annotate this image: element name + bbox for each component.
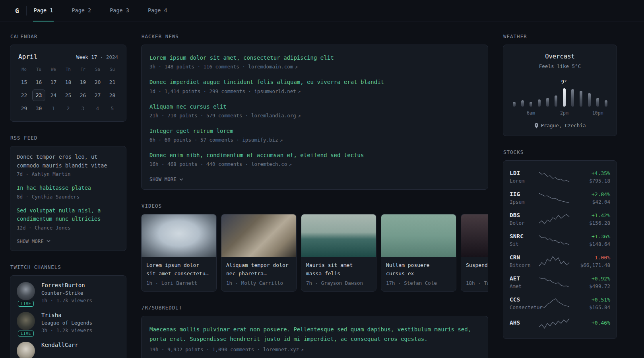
video-card-body: Suspendisse diam 18h · Tara: [461, 257, 488, 291]
calendar-day: 24: [47, 90, 60, 101]
app-logo: G: [15, 0, 26, 21]
weather-bar: [521, 100, 524, 107]
hn-domain-text: loremdomain.com: [248, 64, 293, 70]
rss-item-meta: 8d · Cynthia Saunders: [17, 194, 120, 200]
weather-bar-slot: [605, 100, 607, 107]
weather-times: 6am 2pm 10pm: [513, 110, 607, 117]
tab-page-3[interactable]: Page 3: [109, 0, 130, 21]
stock-row[interactable]: AET Amet +0.92% $499.72: [510, 272, 610, 293]
rss-item: Donec tempor eros leo, ut commodo mauris…: [17, 153, 120, 177]
video-card-body: Lorem ipsum dolor sit amet consectetu… 1…: [142, 257, 216, 291]
weather-section: WEATHER Overcast Feels like 5°C 9° 6am 2…: [503, 33, 617, 136]
stock-sparkline: [539, 213, 570, 225]
hn-item: Lorem ipsum dolor sit amet, consectetur …: [149, 54, 480, 70]
stock-name: Bitcorn: [510, 262, 535, 268]
stock-values: +2.84% $42.04: [574, 191, 610, 205]
tab-page-2[interactable]: Page 2: [71, 0, 92, 21]
video-thumbnail[interactable]: [301, 214, 376, 257]
video-card[interactable]: Lorem ipsum dolor sit amet consectetu… 1…: [141, 214, 217, 292]
external-link-icon: ↗: [298, 88, 301, 94]
calendar-day: 25: [62, 90, 75, 101]
subreddit-post-title-link[interactable]: Maecenas mollis pulvinar erat non posuer…: [149, 325, 480, 343]
hn-show-more-button[interactable]: SHOW MORE: [149, 176, 183, 182]
twitch-channel-row[interactable]: KendallCarr: [17, 342, 120, 358]
rss-item-meta: 7d · Ashlyn Martin: [17, 171, 120, 177]
hn-item-title-link[interactable]: Aliquam nec cursus elit: [149, 103, 480, 111]
stock-info: IIG Ipsum: [510, 191, 535, 205]
video-title-link[interactable]: Lorem ipsum dolor sit amet consectetu…: [146, 261, 211, 277]
video-card[interactable]: Nullam posuere cursus ex 17h · Stefan Co…: [381, 214, 456, 292]
stock-row[interactable]: CCS Consectetur +0.51% $165.84: [510, 293, 610, 314]
stock-row[interactable]: DBS Dolor +1.42% $156.28: [510, 208, 610, 230]
hn-item-title-link[interactable]: Integer eget rutrum lorem: [149, 127, 480, 135]
hn-domain-link[interactable]: loremdomain.com↗: [248, 64, 297, 70]
stock-sparkline: [539, 192, 570, 204]
stock-change: +1.42%: [574, 212, 610, 218]
twitch-channel-name-link[interactable]: Trisha: [41, 312, 92, 318]
twitch-channel-name-link[interactable]: ForrestBurton: [41, 282, 92, 288]
topbar-divider: [26, 6, 27, 16]
rss-item-title-link[interactable]: In hac habitasse platea: [17, 184, 120, 193]
calendar-day: 20: [91, 76, 104, 88]
video-card[interactable]: Aliquam tempor dolor nec pharetra… 1h · …: [221, 214, 297, 292]
stock-symbol: CCS: [510, 296, 535, 303]
rss-item-title-link[interactable]: Sed volutpat nulla nisl, a condimentum n…: [17, 206, 120, 224]
stock-row[interactable]: SNRC Sit +1.36% $148.64: [510, 230, 610, 251]
twitch-channel-row[interactable]: LIVE Trisha League of Legends 3h · 1.2k …: [17, 312, 120, 333]
hn-domain-link[interactable]: ipsumify.biz↗: [242, 137, 283, 143]
hn-item-title-link[interactable]: Lorem ipsum dolor sit amet, consectetur …: [149, 54, 480, 62]
weather-bars: 9°: [510, 78, 610, 107]
stock-price: $499.72: [574, 283, 610, 289]
weather-bar-slot: [530, 102, 532, 107]
subreddit-domain-link[interactable]: loremnet.xyz↗: [263, 346, 304, 352]
videos-section-title: VIDEOS: [142, 203, 488, 209]
twitch-channel-row[interactable]: LIVE ForrestBurton Counter-Strike 1h · 1…: [17, 282, 120, 304]
hn-meta-text: 3h · 148 points · 116 comments ·: [149, 64, 245, 70]
video-card-body: Aliquam tempor dolor nec pharetra… 1h · …: [221, 257, 296, 291]
stock-name: Sit: [510, 241, 535, 247]
video-thumbnail[interactable]: [461, 214, 488, 257]
weather-location: Prague, Czechia: [510, 123, 610, 128]
stock-row[interactable]: AHS +0.46%: [510, 314, 610, 333]
hn-domain-link[interactable]: loremtech.co↗: [251, 161, 292, 167]
hn-domain-link[interactable]: ipsumworld.net↗: [254, 88, 301, 94]
rss-show-more-label: SHOW MORE: [17, 238, 44, 244]
video-title-link[interactable]: Mauris sit amet massa felis: [306, 261, 371, 277]
rss-show-more-button[interactable]: SHOW MORE: [17, 238, 50, 244]
stocks-section-title: STOCKS: [503, 149, 617, 155]
video-thumbnail[interactable]: [221, 214, 296, 257]
twitch-channel-info: KendallCarr: [41, 342, 78, 358]
calendar-weekday: Sa: [90, 67, 105, 76]
video-meta: 17h · Stefan Cole: [386, 280, 451, 286]
stock-row[interactable]: CRN Bitcorn -1.00% $66,171.48: [510, 251, 610, 272]
video-card[interactable]: Mauris sit amet massa felis 7h · Grayson…: [301, 214, 376, 292]
calendar-day: 23: [32, 90, 45, 101]
weather-section-title: WEATHER: [503, 33, 617, 39]
video-title-link[interactable]: Suspendisse diam: [466, 261, 488, 277]
stock-row[interactable]: IIG Ipsum +2.84% $42.04: [510, 187, 610, 208]
weather-bar: [513, 102, 516, 107]
hn-domain-link[interactable]: loremlandia.org↗: [251, 113, 301, 119]
twitch-channel-name-link[interactable]: KendallCarr: [41, 342, 78, 348]
calendar-weekday: Su: [105, 67, 120, 76]
video-thumbnail[interactable]: [142, 214, 216, 257]
twitch-avatar-wrap: LIVE: [17, 282, 35, 304]
stock-values: -1.00% $66,171.48: [574, 255, 610, 268]
rss-item-title-link[interactable]: Donec tempor eros leo, ut commodo mauris…: [17, 153, 120, 170]
hn-item-title-link[interactable]: Donec enim nibh, condimentum et accumsan…: [149, 151, 480, 159]
stock-row[interactable]: LDI Lorem +4.35% $795.18: [510, 166, 610, 187]
tab-page-1[interactable]: Page 1: [33, 0, 54, 21]
video-title-link[interactable]: Aliquam tempor dolor nec pharetra…: [226, 261, 291, 277]
calendar-day: 27: [91, 90, 104, 101]
stock-change: +0.51%: [574, 297, 610, 303]
hn-item-title-link[interactable]: Donec imperdiet augue tincidunt felis al…: [149, 78, 480, 86]
calendar-day: 22: [17, 90, 31, 101]
weather-condition: Overcast: [510, 53, 610, 60]
video-title-link[interactable]: Nullam posuere cursus ex: [386, 261, 451, 277]
video-thumbnail[interactable]: [381, 214, 456, 257]
hn-domain-text: ipsumworld.net: [254, 88, 296, 94]
external-link-icon: ↗: [280, 137, 283, 143]
live-badge: LIVE: [18, 331, 34, 337]
tab-page-4[interactable]: Page 4: [147, 0, 168, 21]
video-card[interactable]: Suspendisse diam 18h · Tara: [461, 214, 488, 292]
